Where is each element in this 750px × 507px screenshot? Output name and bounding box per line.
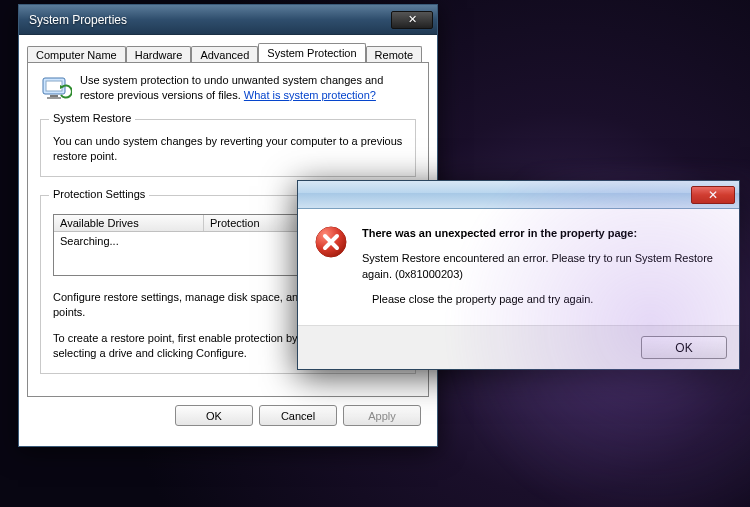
tab-system-protection[interactable]: System Protection <box>258 43 365 62</box>
system-restore-legend: System Restore <box>49 112 135 124</box>
apply-button[interactable]: Apply <box>343 405 421 426</box>
system-restore-text: You can undo system changes by reverting… <box>53 134 403 164</box>
dialog-buttons: OK Cancel Apply <box>27 397 429 436</box>
ok-button[interactable]: OK <box>175 405 253 426</box>
what-is-system-protection-link[interactable]: What is system protection? <box>244 89 376 101</box>
tab-strip: Computer Name Hardware Advanced System P… <box>27 43 429 62</box>
error-footer: OK <box>298 325 739 369</box>
error-line1: There was an unexpected error in the pro… <box>362 225 723 242</box>
error-close-button[interactable]: ✕ <box>691 186 735 204</box>
close-icon: ✕ <box>708 189 718 201</box>
svg-rect-1 <box>46 81 62 91</box>
protection-settings-legend: Protection Settings <box>49 188 149 200</box>
tab-computer-name[interactable]: Computer Name <box>27 46 126 63</box>
error-titlebar[interactable]: ✕ <box>298 181 739 209</box>
tab-remote[interactable]: Remote <box>366 46 423 63</box>
error-text: There was an unexpected error in the pro… <box>362 225 723 307</box>
close-icon: ✕ <box>408 14 417 25</box>
error-line2: System Restore encountered an error. Ple… <box>362 250 723 283</box>
error-ok-button[interactable]: OK <box>641 336 727 359</box>
tab-hardware[interactable]: Hardware <box>126 46 192 63</box>
svg-rect-2 <box>50 95 58 97</box>
cancel-button[interactable]: Cancel <box>259 405 337 426</box>
system-restore-group: System Restore You can undo system chang… <box>40 119 416 177</box>
titlebar[interactable]: System Properties ✕ <box>19 5 437 35</box>
col-available-drives[interactable]: Available Drives <box>54 215 204 231</box>
info-text: Use system protection to undo unwanted s… <box>80 73 416 103</box>
info-row: Use system protection to undo unwanted s… <box>40 73 416 105</box>
error-icon <box>314 225 348 259</box>
close-button[interactable]: ✕ <box>391 11 433 29</box>
tab-advanced[interactable]: Advanced <box>191 46 258 63</box>
error-line3: Please close the property page and try a… <box>362 291 723 308</box>
create-text: To create a restore point, first enable … <box>53 331 317 361</box>
error-dialog: ✕ There was an unexpected error in the p… <box>297 180 740 370</box>
error-body: There was an unexpected error in the pro… <box>298 209 739 325</box>
window-title: System Properties <box>29 13 391 27</box>
system-protection-icon <box>40 73 72 105</box>
svg-rect-3 <box>47 97 61 99</box>
